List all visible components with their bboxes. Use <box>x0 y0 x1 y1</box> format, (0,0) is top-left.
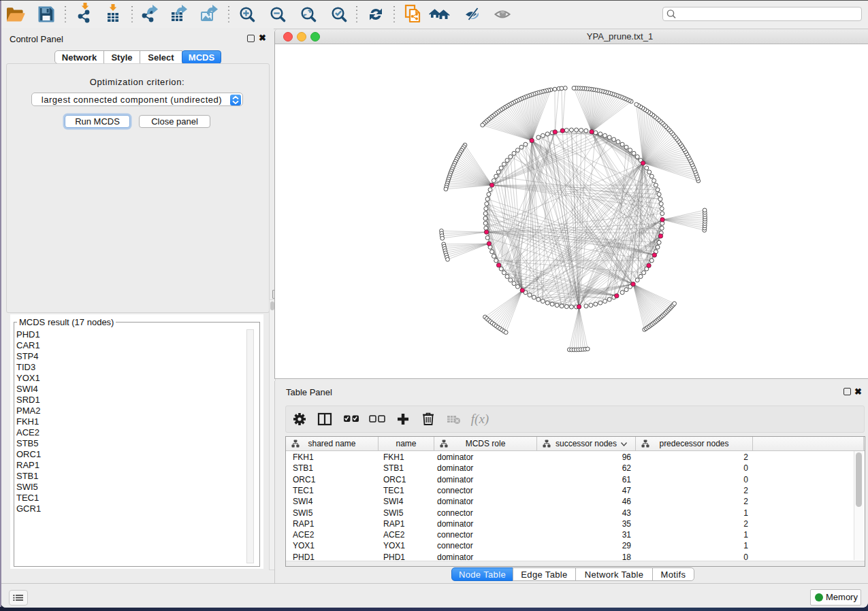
svg-text:f(x): f(x) <box>471 412 489 427</box>
